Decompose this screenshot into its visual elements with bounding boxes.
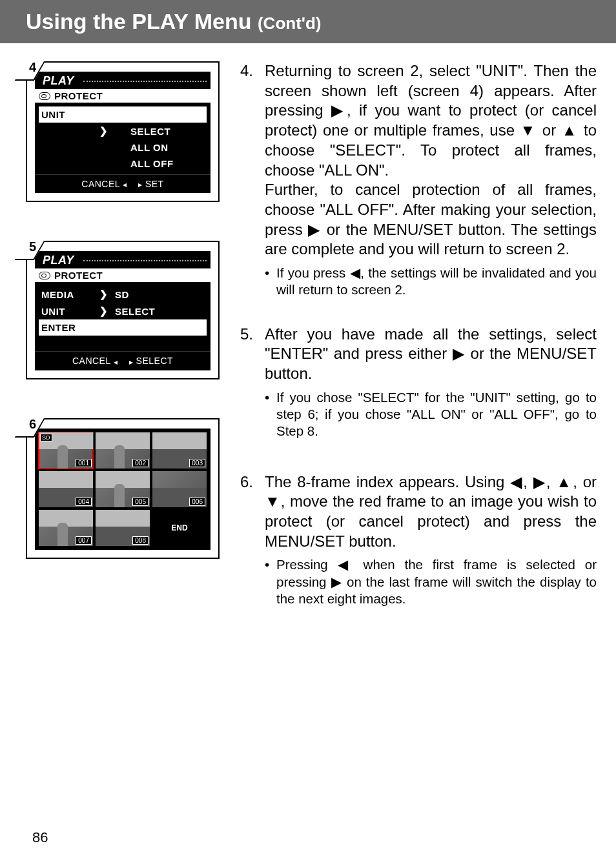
menu-label: MEDIA [41, 289, 99, 300]
lcd-footer: CANCEL ◂ ▸ SELECT [35, 351, 210, 370]
step-4-para2: Further, to cancel protection of all fra… [265, 180, 597, 259]
lcd-title: PLAY [39, 254, 78, 267]
menu-row-enter: ENTER [39, 319, 207, 336]
thumb-number: 007 [76, 536, 92, 545]
thumb-number: 005 [132, 498, 149, 506]
right-column: 4. Returning to screen 2, select "UNIT".… [240, 61, 597, 633]
menu-label: ENTER [41, 322, 99, 333]
menu-value: ALL ON [112, 142, 204, 153]
thumbnail-006: 006 [152, 471, 207, 507]
footer-cancel: CANCEL [72, 356, 110, 366]
thumbnail-004: 004 [39, 471, 93, 507]
step-6-para1: The 8-frame index appears. Using ◀, ▶, ▲… [265, 472, 597, 552]
page: Using the PLAY Menu (Cont'd) 4 PLAY PROT… [0, 0, 616, 868]
thumb-number: 008 [132, 536, 149, 545]
page-header: Using the PLAY Menu (Cont'd) [0, 0, 616, 43]
lcd-subtitle-row: PROTECT [35, 268, 210, 282]
screenshot-6-badge: 6 [29, 417, 36, 432]
step-5-bullets: If you chose "SELECT" for the "UNIT" set… [265, 389, 597, 440]
thumbnail-007: 007 [39, 510, 93, 546]
page-title-sub: (Cont'd) [258, 14, 322, 33]
content-area: 4 PLAY PROTECT UNIT [0, 43, 616, 633]
dots-decoration [83, 260, 207, 261]
triangle-left-icon: ◂ [123, 180, 127, 189]
thumbnail-end: END [152, 510, 207, 546]
step-4-para1: Returning to screen 2, select "UNIT". Th… [265, 61, 597, 180]
menu-row-allon: ALL ON [39, 139, 207, 156]
step-4-bullet1: If you press ◀, the settings will be inv… [276, 265, 597, 298]
screenshot-4-badge: 4 [29, 60, 36, 75]
lcd-screen-5: PLAY PROTECT MEDIA ❯ SD [35, 251, 210, 370]
screenshot-5: 5 PLAY PROTECT MEDIA ❯ [26, 241, 220, 379]
lcd-subtitle-row: PROTECT [35, 89, 210, 103]
protect-key-icon [39, 272, 50, 279]
menu-row-unit: UNIT [39, 106, 207, 123]
step-6-bullet1: Pressing ◀ when the first frame is selec… [276, 556, 597, 607]
menu-value: ALL OFF [112, 158, 204, 169]
step-body: Returning to screen 2, select "UNIT". Th… [265, 61, 597, 299]
step-6-bullets: Pressing ◀ when the first frame is selec… [265, 556, 597, 607]
screenshot-6: 6 SD001 002 003 004 005 006 007 008 END [26, 418, 220, 559]
lcd-screen-4: PLAY PROTECT UNIT [35, 72, 210, 193]
lcd-body: UNIT ❯ SELECT ALL ON [35, 103, 210, 174]
menu-row-unit: UNIT ❯ SELECT [39, 303, 207, 319]
lcd-header: PLAY [35, 72, 210, 89]
menu-label: UNIT [41, 306, 99, 317]
step-body: After you have made all the settings, se… [265, 325, 597, 440]
thumb-number: 004 [76, 498, 92, 506]
step-number: 4. [240, 61, 265, 299]
lcd-subtitle: PROTECT [54, 90, 103, 101]
menu-value: SELECT [112, 306, 204, 317]
footer-set: SET [145, 179, 164, 189]
thumbnail-003: 003 [152, 432, 207, 469]
sd-badge: SD [40, 434, 52, 441]
end-label: END [171, 523, 187, 532]
page-title-main: Using the PLAY Menu [26, 9, 258, 34]
menu-label: UNIT [41, 109, 99, 120]
lcd-footer: CANCEL ◂ ▸ SET [35, 174, 210, 193]
lcd-body: MEDIA ❯ SD UNIT ❯ SELECT ENTER [35, 282, 210, 351]
chevron-right-icon: ❯ [99, 125, 112, 137]
menu-value: SD [112, 289, 204, 300]
screenshot-5-badge: 5 [29, 239, 36, 254]
step-4-bullets: If you press ◀, the settings will be inv… [265, 265, 597, 298]
footer-select: SELECT [136, 356, 173, 366]
page-number: 86 [32, 829, 48, 846]
chevron-right-icon: ❯ [99, 305, 112, 317]
triangle-right-icon: ▸ [138, 180, 143, 189]
thumb-number: 001 [76, 459, 92, 467]
menu-row-select: ❯ SELECT [39, 123, 207, 139]
footer-cancel: CANCEL [81, 179, 119, 189]
thumb-number: 006 [189, 498, 205, 506]
screenshot-4: 4 PLAY PROTECT UNIT [26, 61, 220, 202]
thumb-number: 003 [189, 459, 205, 467]
menu-row-alloff: ALL OFF [39, 156, 207, 172]
dots-decoration [83, 81, 207, 82]
step-5-para1: After you have made all the settings, se… [265, 325, 597, 384]
step-5-bullet1: If you chose "SELECT" for the "UNIT" set… [276, 389, 597, 440]
lcd-title: PLAY [39, 74, 78, 88]
spacer [39, 336, 207, 348]
thumbnail-008: 008 [96, 510, 150, 546]
step-5: 5. After you have made all the settings,… [240, 325, 597, 440]
triangle-right-icon: ▸ [129, 358, 134, 367]
left-column: 4 PLAY PROTECT UNIT [26, 61, 226, 633]
step-4: 4. Returning to screen 2, select "UNIT".… [240, 61, 597, 299]
menu-row-media: MEDIA ❯ SD [39, 286, 207, 303]
thumbnail-005: 005 [96, 471, 150, 507]
step-6: 6. The 8-frame index appears. Using ◀, ▶… [240, 472, 597, 608]
step-number: 6. [240, 472, 265, 608]
lcd-header: PLAY [35, 251, 210, 268]
lcd-subtitle: PROTECT [54, 270, 103, 281]
menu-value: SELECT [112, 126, 204, 137]
thumbnail-grid: SD001 002 003 004 005 006 007 008 END [35, 429, 210, 550]
chevron-right-icon: ❯ [99, 288, 112, 300]
triangle-left-icon: ◂ [114, 358, 118, 367]
thumb-number: 002 [132, 459, 149, 467]
protect-key-icon [39, 92, 50, 100]
thumbnail-001: SD001 [39, 432, 93, 469]
step-body: The 8-frame index appears. Using ◀, ▶, ▲… [265, 472, 597, 608]
thumbnail-002: 002 [96, 432, 150, 469]
step-number: 5. [240, 325, 265, 440]
